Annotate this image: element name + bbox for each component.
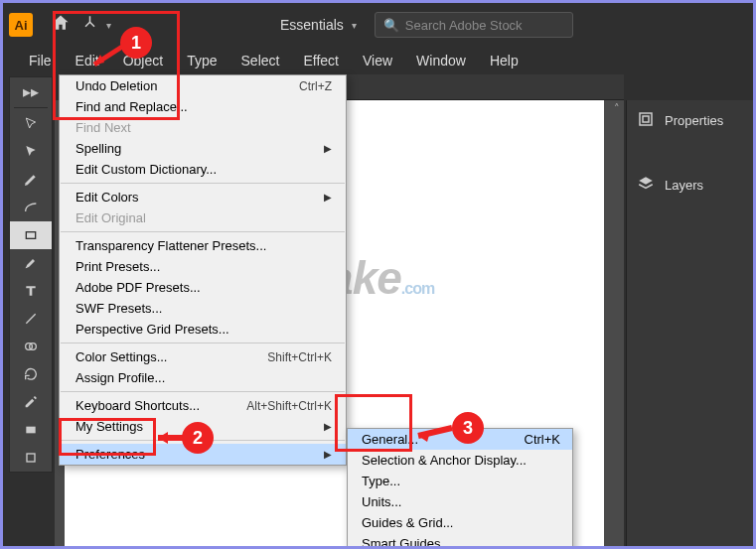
rectangle-tool[interactable] [10, 221, 52, 249]
app-logo: Ai [9, 13, 33, 37]
submenu-item-selection-anchor[interactable]: Selection & Anchor Display... [348, 450, 572, 471]
title-bar: Ai ▾ Essentials ▾ 🔍 Search Adobe Stock [3, 3, 753, 47]
svg-rect-5 [640, 113, 652, 125]
cloud-doc-icon[interactable] [82, 14, 100, 36]
paintbrush-tool[interactable] [10, 249, 52, 277]
submenu-item-guides-grid[interactable]: Guides & Grid... [348, 512, 572, 533]
menu-item-find-next: Find Next [60, 117, 346, 138]
menu-type[interactable]: Type [175, 49, 228, 72]
menu-item-print-presets[interactable]: Print Presets... [60, 256, 346, 277]
panel-label: Layers [665, 178, 703, 193]
menu-item-edit-colors[interactable]: Edit Colors▶ [60, 187, 346, 207]
menu-select[interactable]: Select [229, 49, 292, 72]
menu-item-edit-original: Edit Original [60, 207, 346, 228]
artboard-tool[interactable] [10, 444, 52, 472]
line-tool[interactable] [10, 305, 52, 333]
panel-properties[interactable]: Properties [627, 100, 753, 141]
curvature-tool[interactable] [10, 194, 52, 221]
menu-item-find-replace[interactable]: Find and Replace... [60, 96, 346, 117]
right-panel-dock: Properties Layers [626, 100, 753, 546]
properties-icon [637, 110, 657, 131]
search-placeholder: Search Adobe Stock [405, 18, 523, 33]
callout-3: 3 [452, 412, 484, 444]
panel-layers[interactable]: Layers [627, 165, 753, 206]
menu-item-swf-presets[interactable]: SWF Presets... [60, 298, 346, 319]
gradient-tool[interactable] [10, 416, 52, 444]
search-stock-input[interactable]: 🔍 Search Adobe Stock [375, 12, 573, 38]
home-icon[interactable] [51, 13, 71, 37]
submenu-item-units[interactable]: Units... [348, 491, 572, 512]
direct-selection-tool[interactable] [10, 138, 52, 166]
callout-arrow-3 [410, 420, 456, 444]
callout-1: 1 [120, 27, 152, 59]
tools-panel: ▸▸ [9, 76, 53, 473]
submenu-item-type[interactable]: Type... [348, 471, 572, 491]
workspace-switcher[interactable]: Essentials [280, 17, 344, 33]
menu-item-assign-profile[interactable]: Assign Profile... [60, 367, 346, 388]
callout-2: 2 [182, 422, 214, 454]
menu-item-transparency-presets[interactable]: Transparency Flattener Presets... [60, 235, 346, 256]
preferences-submenu: General...Ctrl+K Selection & Anchor Disp… [347, 428, 573, 549]
chevron-down-icon[interactable]: ▾ [352, 20, 357, 31]
menu-item-spelling[interactable]: Spelling▶ [60, 138, 346, 159]
menu-effect[interactable]: Effect [291, 49, 351, 72]
eyedropper-tool[interactable] [10, 388, 52, 416]
svg-rect-0 [26, 232, 35, 239]
toolbar-toggle-icon[interactable]: ▸▸ [10, 77, 52, 105]
type-tool[interactable] [10, 277, 52, 305]
menu-view[interactable]: View [351, 49, 404, 72]
svg-rect-6 [643, 116, 649, 122]
svg-rect-3 [26, 427, 35, 434]
rotate-tool[interactable] [10, 360, 52, 388]
pen-tool[interactable] [10, 166, 52, 194]
menu-item-keyboard-shortcuts[interactable]: Keyboard Shortcuts...Alt+Shift+Ctrl+K [60, 395, 346, 416]
panel-label: Properties [665, 113, 723, 128]
edit-menu-dropdown: Undo DeletionCtrl+Z Find and Replace... … [59, 74, 347, 466]
submenu-item-smart-guides[interactable]: Smart Guides... [348, 533, 572, 549]
menu-item-custom-dictionary[interactable]: Edit Custom Dictionary... [60, 159, 346, 180]
shape-builder-tool[interactable] [10, 333, 52, 360]
menu-item-pdf-presets[interactable]: Adobe PDF Presets... [60, 277, 346, 298]
menu-item-color-settings[interactable]: Color Settings...Shift+Ctrl+K [60, 346, 346, 367]
chevron-down-icon[interactable]: ▾ [106, 20, 111, 31]
scroll-up-icon[interactable]: ˄ [614, 102, 620, 115]
menu-window[interactable]: Window [404, 49, 478, 72]
menu-item-undo[interactable]: Undo DeletionCtrl+Z [60, 75, 346, 96]
search-icon: 🔍 [383, 18, 399, 33]
svg-rect-4 [27, 454, 35, 462]
menu-item-perspective-presets[interactable]: Perspective Grid Presets... [60, 319, 346, 340]
menu-help[interactable]: Help [478, 49, 530, 72]
selection-tool[interactable] [10, 110, 52, 138]
menu-file[interactable]: File [17, 49, 64, 72]
layers-icon [637, 175, 657, 196]
